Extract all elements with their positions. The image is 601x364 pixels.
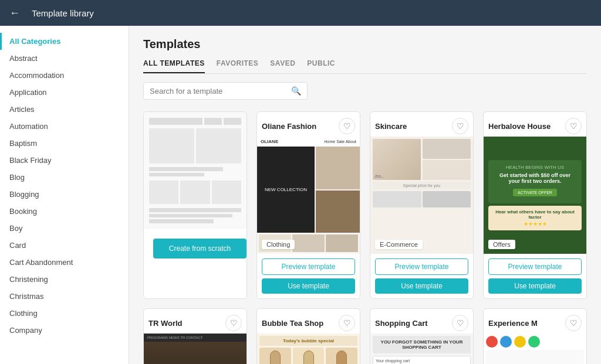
tabs-bar: ALL TEMPLATESFAVORITESSAVEDPUBLIC [143,59,587,74]
sidebar-item-company[interactable]: Company [0,322,129,339]
sidebar-item-automation[interactable]: Automation [0,118,129,135]
card-image-area: Today's bubble special Choose anything y… [257,334,360,364]
card-title-bar: Shopping Cart♡ [370,309,473,334]
tab-saved[interactable]: SAVED [270,59,295,73]
sidebar-item-christening[interactable]: Christening [0,271,129,288]
card-image-area: OLIANE Home Sale About NEW COLLECTION Cl… [257,137,360,254]
card-title: Bubble Tea Shop [262,319,323,328]
sidebar-item-all-categories[interactable]: All Categories [0,33,129,50]
preview-template-button[interactable]: Preview template [375,258,468,275]
sidebar-item-christmas[interactable]: Christmas [0,288,129,305]
card-title: TR World [148,319,183,328]
card-image-area: YOU FORGOT SOMETHING IN YOUR SHOPPING CA… [370,334,473,364]
sidebar-item-articles[interactable]: Articles [0,101,129,118]
sidebar-item-card[interactable]: Card [0,237,129,254]
favorite-button[interactable]: ♡ [565,315,582,331]
create-from-scratch-button[interactable]: Create from scratch [153,239,247,258]
card-title-bar: Experience M♡ [484,309,586,334]
sidebar-item-application[interactable]: Application [0,84,129,101]
sidebar-item-abstract[interactable]: Abstract [0,50,129,67]
tab-favorites[interactable]: FAVORITES [217,59,259,73]
sidebar-item-baptism[interactable]: Baptism [0,135,129,152]
sidebar-item-black-friday[interactable]: Black Friday [0,152,129,169]
template-card-skincare: Skincare♡ Jos... Special price for you [370,111,474,299]
sidebar-item-clothing[interactable]: Clothing [0,305,129,322]
use-template-button[interactable]: Use template [488,278,582,294]
card-actions: Preview templateUse template [484,254,586,298]
card-tag: Clothing [262,240,295,249]
scratch-preview [144,112,247,229]
template-card-herbalove: Herbalove House♡ HEALTH BEGINS WITH US G… [483,111,587,299]
card-title: Shopping Cart [375,319,428,328]
template-card-scratch: Create from scratch [143,111,247,299]
card-image-area: PROGRAMS NEWS TR CONTACT TR Hurry up to … [144,334,247,364]
card-title-bar: TR World♡ [144,309,247,334]
card-title: Skincare [375,122,407,131]
page-title: Templates [143,38,587,51]
template-card-oliane: Oliane Fashion♡ OLIANE Home Sale About N… [256,111,360,299]
favorite-button[interactable]: ♡ [565,118,582,134]
card-title: Oliane Fashion [262,122,316,131]
card-image-area: Get to know Experience M Lorem ipsum dol… [484,334,586,364]
sidebar-item-boy[interactable]: Boy [0,220,129,237]
sidebar-item-accommodation[interactable]: Accommodation [0,67,129,84]
main-layout: All CategoriesAbstractAccommodationAppli… [0,26,601,364]
favorite-button[interactable]: ♡ [225,315,242,331]
template-card-shoppingcart: Shopping Cart♡ YOU FORGOT SOMETHING IN Y… [370,308,474,364]
preview-template-button[interactable]: Preview template [488,258,582,275]
sidebar-item-cart-abandonment[interactable]: Cart Abandonment [0,254,129,271]
search-icon: 🔍 [291,86,301,96]
template-grid: Create from scratchOliane Fashion♡ OLIAN… [143,111,587,364]
preview-template-button[interactable]: Preview template [262,258,355,275]
favorite-button[interactable]: ♡ [452,118,468,134]
card-actions: Preview templateUse template [370,254,473,298]
favorite-button[interactable]: ♡ [339,118,355,134]
template-card-trworld: TR World♡ PROGRAMS NEWS TR CONTACT TR Hu… [143,308,247,364]
tab-all-templates[interactable]: ALL TEMPLATES [143,59,205,73]
card-image-area: Jos... Special price for you E-Commerce [370,137,473,254]
favorite-button[interactable]: ♡ [452,315,468,331]
card-tag: Offers [488,240,515,249]
search-input[interactable] [150,87,291,96]
card-title-bar: Bubble Tea Shop♡ [257,309,360,334]
card-title-bar: Oliane Fashion♡ [257,112,360,137]
sidebar-item-blog[interactable]: Blog [0,169,129,186]
sidebar-item-blogging[interactable]: Blogging [0,186,129,203]
card-title: Experience M [488,319,538,328]
card-title: Herbalove House [488,122,551,131]
sidebar-item-booking[interactable]: Booking [0,203,129,220]
card-title-bar: Skincare♡ [370,112,473,137]
search-bar: 🔍 [143,82,308,100]
header-title: Template library [32,8,94,18]
template-card-bubbletea: Bubble Tea Shop♡ Today's bubble special [256,308,360,364]
back-icon: ← [9,7,20,19]
header: ← Template library [0,0,601,26]
favorite-button[interactable]: ♡ [339,315,355,331]
template-card-experiencem: Experience M♡ Get to know Experience M L… [483,308,587,364]
sidebar: All CategoriesAbstractAccommodationAppli… [0,26,129,364]
card-actions: Preview templateUse template [257,254,360,298]
content-area: Templates ALL TEMPLATESFAVORITESSAVEDPUB… [129,26,601,364]
card-title-bar: Herbalove House♡ [484,112,586,137]
tab-public[interactable]: PUBLIC [307,59,335,73]
back-button[interactable]: ← [9,7,25,19]
card-tag: E-Commerce [375,240,423,249]
use-template-button[interactable]: Use template [375,278,468,294]
card-image-area: HEALTH BEGINS WITH US Get started with $… [484,137,586,254]
use-template-button[interactable]: Use template [262,278,355,294]
